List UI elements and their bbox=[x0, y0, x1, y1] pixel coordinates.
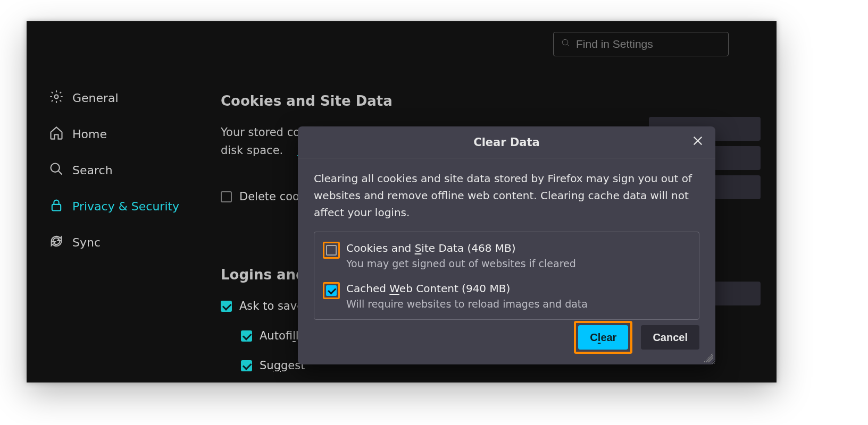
sidebar-item-label: General bbox=[72, 91, 119, 105]
sidebar-item-label: Search bbox=[72, 164, 113, 177]
highlight-box bbox=[323, 282, 340, 299]
dialog-description: Clearing all cookies and site data store… bbox=[314, 170, 699, 221]
option-cache-label: Cached Web Content (940 MB) bbox=[346, 282, 588, 295]
svg-line-1 bbox=[567, 44, 569, 46]
sidebar-item-home[interactable]: Home bbox=[48, 116, 202, 152]
svg-point-0 bbox=[562, 39, 568, 45]
option-cache-sub: Will require websites to reload images a… bbox=[346, 298, 588, 310]
option-cookies-label: Cookies and Site Data (468 MB) bbox=[346, 242, 576, 254]
search-icon bbox=[49, 162, 64, 179]
clear-data-dialog: Clear Data Clearing all cookies and site… bbox=[298, 126, 715, 364]
search-icon bbox=[561, 38, 571, 50]
delete-cookies-label: Delete cook bbox=[239, 190, 306, 203]
dialog-title: Clear Data bbox=[473, 136, 540, 149]
cookies-desc-line2: disk space. bbox=[221, 144, 283, 157]
option-cache-row[interactable]: Cached Web Content (940 MB) Will require… bbox=[323, 282, 690, 310]
search-field[interactable] bbox=[553, 32, 729, 56]
close-icon bbox=[692, 135, 704, 149]
svg-point-3 bbox=[51, 163, 60, 172]
sidebar-item-label: Home bbox=[72, 128, 107, 141]
clear-options-box: Cookies and Site Data (468 MB) You may g… bbox=[314, 232, 699, 320]
highlight-box bbox=[323, 242, 340, 259]
checkbox-icon[interactable] bbox=[241, 330, 252, 342]
resize-handle-icon[interactable] bbox=[704, 353, 713, 362]
close-button[interactable] bbox=[690, 134, 706, 150]
sidebar-item-label: Sync bbox=[72, 236, 101, 249]
dialog-titlebar: Clear Data bbox=[298, 126, 715, 158]
checkbox-icon[interactable] bbox=[326, 245, 337, 256]
checkbox-icon[interactable] bbox=[221, 191, 232, 202]
sidebar-item-label: Privacy & Security bbox=[72, 200, 179, 213]
sidebar-item-general[interactable]: General bbox=[48, 80, 202, 116]
sidebar-item-privacy[interactable]: Privacy & Security bbox=[48, 188, 202, 224]
gear-icon bbox=[49, 89, 64, 107]
checkbox-icon[interactable] bbox=[241, 360, 252, 371]
checkbox-icon[interactable] bbox=[221, 301, 232, 312]
sidebar: General Home Search Privacy & Security S… bbox=[48, 80, 202, 260]
sidebar-item-sync[interactable]: Sync bbox=[48, 224, 202, 260]
option-cookies-row[interactable]: Cookies and Site Data (468 MB) You may g… bbox=[323, 242, 690, 269]
option-cookies-sub: You may get signed out of websites if cl… bbox=[346, 258, 576, 269]
home-icon bbox=[49, 125, 64, 143]
sync-icon bbox=[49, 234, 64, 251]
clear-button[interactable]: Clear bbox=[578, 325, 628, 350]
svg-rect-5 bbox=[52, 204, 61, 210]
autofill-label: Autofill bbox=[260, 329, 299, 342]
sidebar-item-search[interactable]: Search bbox=[48, 152, 202, 188]
svg-line-4 bbox=[59, 171, 62, 174]
section-heading-cookies: Cookies and Site Data bbox=[221, 93, 761, 109]
search-input[interactable] bbox=[576, 38, 721, 50]
ask-save-label: Ask to save bbox=[239, 300, 304, 312]
cancel-button[interactable]: Cancel bbox=[641, 325, 699, 350]
svg-point-2 bbox=[55, 95, 59, 98]
lock-icon bbox=[49, 198, 64, 215]
highlight-box: Clear bbox=[574, 321, 632, 354]
checkbox-icon[interactable] bbox=[326, 285, 337, 296]
